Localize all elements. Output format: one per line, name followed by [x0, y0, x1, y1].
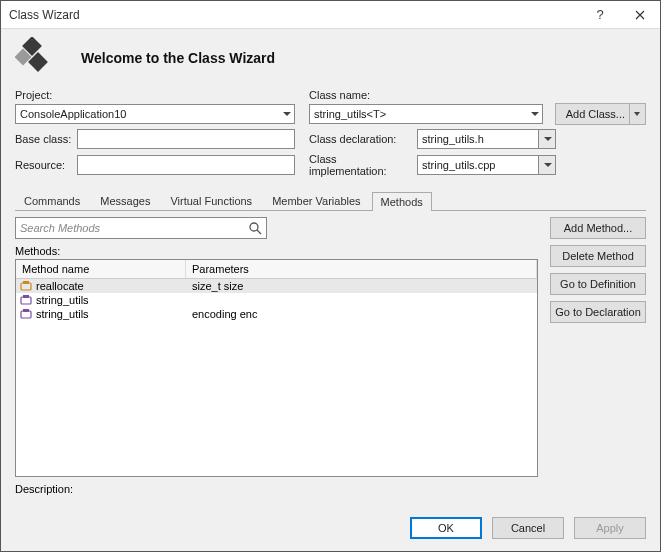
search-icon [248, 221, 262, 237]
tab-virtual-functions[interactable]: Virtual Functions [161, 191, 261, 210]
header: Welcome to the Class Wizard [1, 29, 660, 89]
welcome-heading: Welcome to the Class Wizard [81, 50, 275, 66]
add-class-button[interactable]: Add Class... [555, 103, 630, 125]
tab-member-variables[interactable]: Member Variables [263, 191, 369, 210]
svg-rect-7 [21, 297, 31, 304]
add-class-dropdown[interactable] [630, 103, 646, 125]
go-to-definition-button[interactable]: Go to Definition [550, 273, 646, 295]
cancel-button[interactable]: Cancel [492, 517, 564, 539]
class-decl-dropdown[interactable] [538, 129, 556, 149]
tab-methods[interactable]: Methods [372, 192, 432, 211]
add-method-button[interactable]: Add Method... [550, 217, 646, 239]
close-button[interactable] [620, 1, 660, 29]
chevron-down-icon [544, 163, 552, 167]
help-button[interactable]: ? [580, 1, 620, 29]
class-impl-combo[interactable]: string_utils.cpp [417, 155, 539, 175]
method-params: size_t size [186, 280, 537, 292]
method-name: string_utils [36, 294, 89, 306]
methods-list[interactable]: Method name Parameters reallocatesize_t … [15, 259, 538, 477]
dialog-footer: OK Cancel Apply [1, 505, 660, 551]
class-name-combo[interactable]: string_utils<T> [309, 104, 543, 124]
class-name-value: string_utils<T> [314, 108, 386, 120]
class-decl-combo[interactable]: string_utils.h [417, 129, 539, 149]
method-params: encoding enc [186, 308, 537, 320]
tab-strip: Commands Messages Virtual Functions Memb… [15, 191, 646, 211]
delete-method-button[interactable]: Delete Method [550, 245, 646, 267]
ok-button[interactable]: OK [410, 517, 482, 539]
svg-rect-10 [23, 309, 29, 312]
method-icon [20, 294, 32, 306]
svg-rect-5 [21, 283, 31, 290]
svg-rect-8 [23, 295, 29, 298]
class-impl-label: Class implementation: [309, 153, 417, 177]
list-item[interactable]: reallocatesize_t size [16, 279, 537, 293]
list-item[interactable]: string_utils [16, 293, 537, 307]
chevron-down-icon [544, 137, 552, 141]
chevron-down-icon [531, 112, 539, 116]
description-label: Description: [1, 477, 660, 495]
search-input[interactable]: Search Methods [15, 217, 267, 239]
tab-commands[interactable]: Commands [15, 191, 89, 210]
svg-line-4 [257, 230, 261, 234]
project-value: ConsoleApplication10 [20, 108, 126, 120]
list-item[interactable]: string_utilsencoding enc [16, 307, 537, 321]
tab-body: Search Methods Methods: Method name Para… [1, 211, 660, 477]
method-name: reallocate [36, 280, 84, 292]
apply-button[interactable]: Apply [574, 517, 646, 539]
wizard-icon [15, 37, 57, 79]
col-method-name[interactable]: Method name [16, 260, 186, 278]
tab-messages[interactable]: Messages [91, 191, 159, 210]
class-decl-value: string_utils.h [422, 133, 484, 145]
search-placeholder: Search Methods [20, 222, 100, 234]
class-decl-label: Class declaration: [309, 133, 417, 145]
method-icon [20, 308, 32, 320]
svg-rect-6 [23, 281, 29, 284]
window-title: Class Wizard [9, 8, 580, 22]
class-wizard-dialog: Class Wizard ? Welcome to the Class Wiza… [0, 0, 661, 552]
go-to-declaration-button[interactable]: Go to Declaration [550, 301, 646, 323]
form-area: Project: Class name: ConsoleApplication1… [1, 89, 660, 181]
chevron-down-icon [283, 112, 291, 116]
class-impl-value: string_utils.cpp [422, 159, 495, 171]
action-buttons: Add Method... Delete Method Go to Defini… [550, 217, 646, 477]
class-impl-dropdown[interactable] [538, 155, 556, 175]
resource-label: Resource: [15, 159, 77, 171]
chevron-down-icon [634, 112, 640, 116]
method-name: string_utils [36, 308, 89, 320]
methods-label: Methods: [15, 245, 538, 257]
project-combo[interactable]: ConsoleApplication10 [15, 104, 295, 124]
titlebar: Class Wizard ? [1, 1, 660, 29]
col-parameters[interactable]: Parameters [186, 260, 537, 278]
base-class-label: Base class: [15, 133, 77, 145]
resource-field[interactable] [77, 155, 295, 175]
svg-rect-9 [21, 311, 31, 318]
list-header: Method name Parameters [16, 260, 537, 279]
add-class-split-button[interactable]: Add Class... [555, 103, 646, 125]
method-icon [20, 280, 32, 292]
svg-point-3 [250, 223, 258, 231]
svg-rect-1 [28, 52, 48, 72]
project-label: Project: [15, 89, 52, 101]
base-class-field[interactable] [77, 129, 295, 149]
class-name-label: Class name: [309, 89, 370, 101]
